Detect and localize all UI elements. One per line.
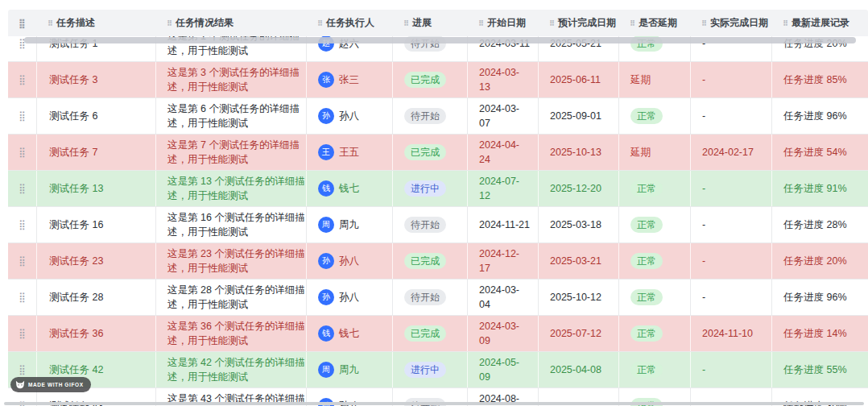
drag-handle-icon: ⣿: [19, 145, 26, 160]
column-drag-icon: ⠿: [783, 19, 787, 27]
task-name-cell: 测试任务 7: [36, 135, 155, 170]
actual-date-cell: -: [690, 207, 771, 242]
delay-status-badge: 正常: [630, 362, 663, 378]
task-name-cell: 测试任务 16: [36, 207, 155, 242]
progress-status-badge: 已完成: [404, 72, 446, 88]
row-drag-handle[interactable]: ⣿: [8, 243, 36, 279]
column-header-row-drag[interactable]: ⣿: [8, 10, 36, 36]
table-row[interactable]: ⣿测试任务 6这是第 6 个测试任务的详细描 述，用于性能测试孙孙八待开始202…: [8, 98, 868, 135]
executor-avatar: 孙: [318, 289, 334, 305]
task-result-cell: 这是第 42 个测试任务的详细描 述，用于性能测试: [155, 352, 306, 387]
progress-cell: 进行中: [392, 171, 467, 206]
table-row[interactable]: ⣿测试任务 13这是第 13 个测试任务的详细描 述，用于性能测试钱钱七进行中2…: [8, 171, 868, 207]
column-header-progress[interactable]: ⠿进展: [392, 10, 467, 36]
column-header-task-executor[interactable]: ⠿任务执行人: [306, 10, 392, 36]
delay-cell: 正常: [618, 352, 690, 387]
executor-avatar: 孙: [318, 253, 334, 269]
progress-status-badge: 已完成: [404, 253, 446, 269]
column-header-label: 预计完成日期: [558, 16, 616, 30]
progress-status-badge: 已完成: [404, 144, 446, 160]
row-drag-handle[interactable]: ⣿: [8, 316, 36, 351]
row-drag-handle[interactable]: ⣿: [8, 207, 36, 242]
start-date-cell: 2024-07- 12: [467, 171, 538, 206]
expected-date-cell: 2025-09-01: [538, 98, 618, 134]
latest-record-cell: 任务进度 85%: [771, 62, 868, 97]
drag-handle-icon: ⣿: [19, 18, 26, 29]
executor-name: 王五: [339, 145, 359, 160]
table-row[interactable]: ⣿测试任务 42这是第 42 个测试任务的详细描 述，用于性能测试周周九进行中2…: [8, 352, 868, 388]
delay-status-badge: 正常: [630, 325, 663, 342]
column-header-label: 开始日期: [487, 16, 526, 30]
horizontal-scrollbar-thumb[interactable]: [24, 37, 856, 44]
column-header-label: 任务执行人: [326, 16, 374, 30]
task-executor-cell: 钱钱七: [306, 171, 392, 206]
start-date-cell: 2024-12- 17: [467, 243, 538, 279]
table-row[interactable]: ⣿测试任务 7这是第 7 个测试任务的详细描 述，用于性能测试王王五已完成202…: [8, 135, 868, 171]
actual-date-cell: 2024-11-10: [690, 316, 771, 351]
column-header-is-delayed[interactable]: ⠿是否延期: [618, 10, 690, 36]
task-executor-cell: 周周九: [306, 207, 392, 242]
column-header-task-desc[interactable]: ⠿任务描述: [36, 10, 155, 36]
latest-record-cell: 任务进度 54%: [771, 135, 868, 170]
table-row[interactable]: ⣿测试任务 23这是第 23 个测试任务的详细描 述，用于性能测试孙孙八已完成2…: [8, 243, 868, 280]
executor-name: 孙八: [339, 254, 359, 268]
column-drag-icon: ⠿: [167, 19, 172, 27]
column-drag-icon: ⠿: [630, 19, 634, 27]
executor-avatar: 张: [318, 72, 334, 88]
drag-handle-icon: ⣿: [19, 218, 26, 232]
column-header-task-result[interactable]: ⠿任务情况结果: [155, 10, 306, 36]
row-drag-handle[interactable]: ⣿: [8, 171, 36, 206]
start-date-cell: 2024-04- 24: [467, 135, 538, 170]
executor-avatar: 孙: [318, 108, 334, 124]
executor-name: 张三: [339, 72, 359, 87]
expected-date-cell: 2025-03-18: [538, 207, 618, 242]
column-header-actual-date[interactable]: ⠿实际完成日期: [690, 10, 771, 36]
column-header-label: 任务情况结果: [176, 16, 234, 30]
drag-handle-icon: ⣿: [19, 254, 26, 268]
delay-status-badge: 正常: [630, 217, 663, 233]
progress-cell: 已完成: [392, 316, 467, 351]
latest-record-cell: 任务进度 28%: [771, 207, 868, 242]
task-executor-cell: 周周九: [306, 352, 392, 387]
column-header-start-date[interactable]: ⠿开始日期: [467, 10, 538, 36]
row-drag-handle[interactable]: ⣿: [8, 135, 36, 170]
row-drag-handle[interactable]: ⣿: [8, 280, 36, 315]
expected-date-cell: 2025-12-20: [538, 171, 618, 206]
table-row[interactable]: ⣿测试任务 3这是第 3 个测试任务的详细描 述，用于性能测试张张三已完成202…: [8, 62, 868, 98]
table-header: ⣿⠿任务描述⠿任务情况结果⠿任务执行人⠿进展⠿开始日期⠿预计完成日期⠿是否延期⠿…: [8, 10, 868, 36]
latest-record-cell: 任务进度 14%: [771, 316, 868, 351]
table-row[interactable]: ⣿测试任务 16这是第 16 个测试任务的详细描 述，用于性能测试周周九待开始2…: [8, 207, 868, 243]
row-drag-handle[interactable]: ⣿: [8, 98, 36, 134]
task-name-cell: 测试任务 13: [36, 171, 155, 206]
column-header-label: 进展: [412, 16, 432, 30]
column-drag-icon: ⠿: [701, 19, 706, 27]
delay-status-text: 延期: [630, 72, 651, 87]
delay-cell: 正常: [618, 207, 690, 242]
start-date-cell: 2024-03- 09: [467, 316, 538, 351]
progress-cell: 已完成: [392, 62, 467, 97]
column-header-latest-record[interactable]: ⠿最新进展记录: [771, 10, 868, 36]
table-row[interactable]: ⣿测试任务 28这是第 28 个测试任务的详细描 述，用于性能测试孙孙八待开始2…: [8, 280, 868, 316]
drag-handle-icon: ⣿: [19, 290, 26, 304]
bottom-scrollbar-thumb[interactable]: [4, 402, 864, 405]
task-name-cell: 测试任务 23: [36, 243, 155, 279]
progress-status-badge: 已完成: [404, 325, 446, 342]
column-drag-icon: ⠿: [403, 19, 408, 27]
progress-status-badge: 进行中: [404, 180, 446, 197]
executor-name: 孙八: [339, 290, 359, 304]
progress-cell: 已完成: [392, 135, 467, 170]
delay-status-badge: 正常: [630, 108, 663, 124]
executor-avatar: 钱: [318, 325, 334, 342]
table-row[interactable]: ⣿测试任务 36这是第 36 个测试任务的详细描 述，用于性能测试钱钱七已完成2…: [8, 316, 868, 352]
executor-avatar: 钱: [318, 180, 334, 197]
expected-date-cell: 2025-10-12: [538, 280, 618, 315]
expected-date-cell: 2025-06-11: [538, 62, 618, 97]
actual-date-cell: -: [690, 352, 771, 387]
watermark-badge: MADE WITH GIFOX: [10, 377, 91, 392]
start-date-cell: 2024-03- 04: [467, 280, 538, 315]
row-drag-handle[interactable]: ⣿: [8, 62, 36, 97]
task-executor-cell: 钱钱七: [306, 316, 392, 351]
column-header-expected-date[interactable]: ⠿预计完成日期: [538, 10, 618, 36]
start-date-cell: 2024-11-21: [467, 207, 538, 242]
expected-date-cell: 2025-07-12: [538, 316, 618, 351]
